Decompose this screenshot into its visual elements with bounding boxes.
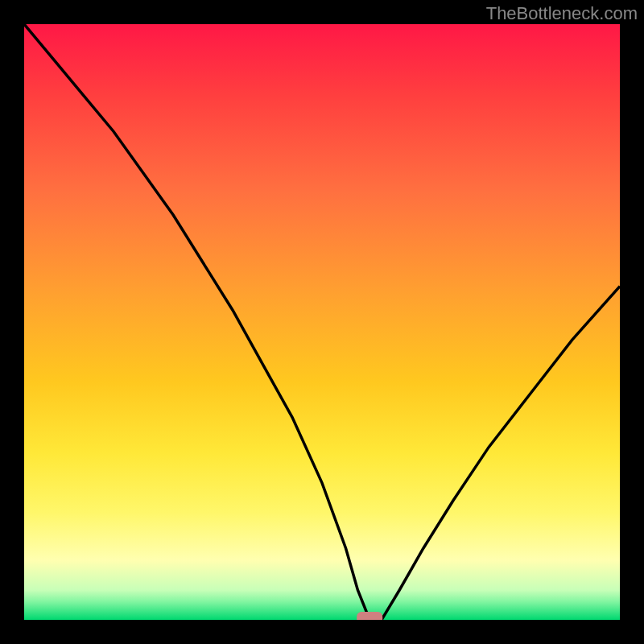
chart-container: TheBottleneck.com bbox=[0, 0, 644, 644]
optimal-marker bbox=[357, 612, 382, 620]
plot-area bbox=[24, 24, 620, 620]
bottleneck-curve bbox=[24, 24, 620, 620]
curve-layer bbox=[24, 24, 620, 620]
watermark-text: TheBottleneck.com bbox=[486, 3, 638, 24]
